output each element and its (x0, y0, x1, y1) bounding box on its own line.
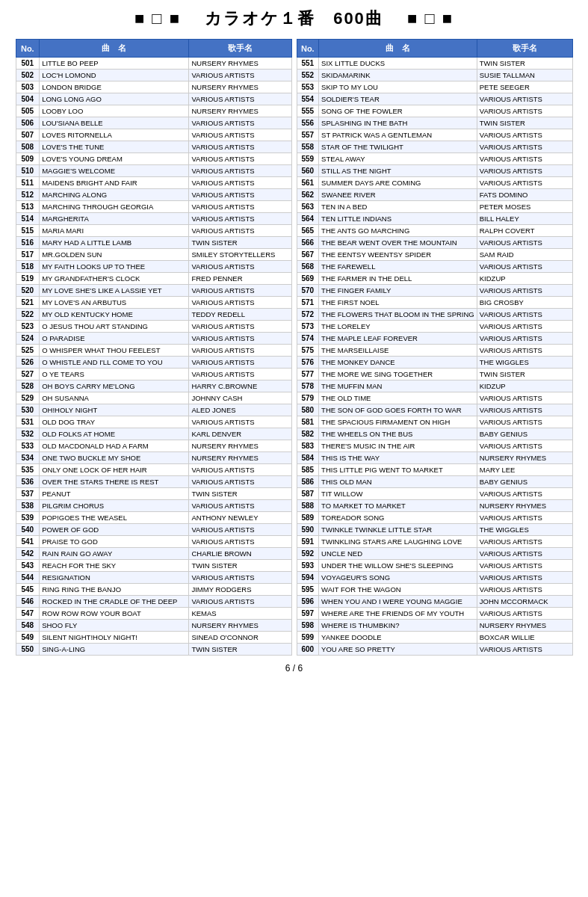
table-row: 525 O WHISPER WHAT THOU FEELEST VARIOUS … (16, 345, 291, 357)
row-number: 591 (297, 536, 319, 548)
row-song: RING RING THE BANJO (40, 584, 189, 596)
row-number: 581 (297, 416, 319, 428)
row-artist: PETER MOSES (477, 201, 572, 213)
row-number: 572 (297, 309, 319, 321)
row-song: MARCHING ALONG (40, 189, 189, 201)
row-number: 562 (297, 189, 319, 201)
row-number: 575 (297, 345, 319, 357)
row-song: LOU'SIANA BELLE (40, 117, 189, 129)
row-number: 599 (297, 632, 319, 644)
row-number: 513 (16, 201, 40, 213)
row-song: LOOBY LOO (40, 105, 189, 117)
row-number: 547 (16, 608, 40, 620)
row-number: 541 (16, 536, 40, 548)
row-song: SUMMER DAYS ARE COMING (319, 177, 477, 189)
row-artist: VARIOUS ARTISTS (189, 261, 291, 273)
table-row: 534 ONE TWO BUCKLE MY SHOE NURSERY RHYME… (16, 452, 291, 464)
row-number: 580 (297, 404, 319, 416)
table-row: 541 PRAISE TO GOD VARIOUS ARTISTS (16, 536, 291, 548)
row-number: 579 (297, 392, 319, 404)
row-number: 532 (16, 428, 40, 440)
row-artist: TWIN SISTER (477, 369, 572, 380)
row-song: THE MAPLE LEAF FOREVER (319, 333, 477, 345)
row-artist: HARRY C.BROWNE (189, 380, 291, 392)
row-number: 556 (297, 117, 319, 129)
row-song: THE FINGER FAMILY (319, 285, 477, 297)
row-artist: BIG CROSBY (477, 297, 572, 309)
row-number: 571 (297, 297, 319, 309)
row-artist: BILL HALEY (477, 213, 572, 225)
row-number: 553 (297, 81, 319, 93)
table-row: 510 MAGGIE'S WELCOME VARIOUS ARTISTS (16, 165, 291, 177)
row-song: ST PATRICK WAS A GENTLEMAN (319, 129, 477, 141)
row-artist: VARIOUS ARTISTS (477, 440, 572, 452)
table-row: 538 PILGRIM CHORUS VARIOUS ARTISTS (16, 500, 291, 512)
table-row: 520 MY LOVE SHE'S LIKE A LASSIE YET VARI… (16, 285, 291, 297)
row-number: 543 (16, 560, 40, 572)
row-song: O WHISTLE AND I'LL COME TO YOU (40, 357, 189, 369)
row-artist: BABY GENIUS (477, 428, 572, 440)
row-number: 508 (16, 141, 40, 153)
row-song: O JESUS THOU ART STANDING (40, 321, 189, 333)
row-artist: VARIOUS ARTISTS (189, 177, 291, 189)
table-row: 536 OVER THE STARS THERE IS REST VARIOUS… (16, 476, 291, 488)
row-number: 555 (297, 105, 319, 117)
row-song: MY LOVE SHE'S LIKE A LASSIE YET (40, 285, 189, 297)
table-row: 561 SUMMER DAYS ARE COMING VARIOUS ARTIS… (297, 177, 572, 189)
row-song: OH BOYS CARRY ME'LONG (40, 380, 189, 392)
symbol-right: ■ □ ■ (407, 9, 454, 28)
row-song: THE FAREWELL (319, 261, 477, 273)
row-song: LITTLE BO PEEP (40, 58, 189, 70)
row-artist: PETE SEEGER (477, 81, 572, 93)
row-artist: RALPH COVERT (477, 225, 572, 237)
row-artist: THE WIGGLES (477, 524, 572, 536)
row-artist: KIDZUP (477, 273, 572, 285)
row-song: THE MUFFIN MAN (319, 380, 477, 392)
table-row: 587 TIT WILLOW VARIOUS ARTISTS (297, 488, 572, 500)
row-song: WHEN YOU AND I WERE YOUNG MAGGIE (319, 596, 477, 608)
table-row: 523 O JESUS THOU ART STANDING VARIOUS AR… (16, 321, 291, 333)
row-song: LONG LONG AGO (40, 93, 189, 105)
row-artist: VARIOUS ARTISTS (477, 129, 572, 141)
table-row: 578 THE MUFFIN MAN KIDZUP (297, 380, 572, 392)
row-number: 565 (297, 225, 319, 237)
row-number: 573 (297, 321, 319, 333)
row-artist: ANTHONY NEWLEY (189, 512, 291, 524)
table-row: 584 THIS IS THE WAY NURSERY RHYMES (297, 452, 572, 464)
table-row: 558 STAR OF THE TWILIGHT VARIOUS ARTISTS (297, 141, 572, 153)
row-artist: VARIOUS ARTISTS (189, 70, 291, 81)
row-number: 538 (16, 500, 40, 512)
row-artist: VARIOUS ARTISTS (477, 536, 572, 548)
row-artist: JOHNNY CASH (189, 392, 291, 404)
row-artist: VARIOUS ARTISTS (189, 129, 291, 141)
row-artist: NURSERY RHYMES (477, 452, 572, 464)
row-number: 583 (297, 440, 319, 452)
table-row: 594 VOYAGEUR'S SONG VARIOUS ARTISTS (297, 572, 572, 584)
row-number: 522 (16, 309, 40, 321)
row-song: THIS LITTLE PIG WENT TO MARKET (319, 464, 477, 476)
row-artist: VARIOUS ARTISTS (477, 488, 572, 500)
page-title: ■ □ ■ カラオケ１番 600曲 ■ □ ■ (7, 7, 581, 30)
row-song: SKIP TO MY LOU (319, 81, 477, 93)
table-row: 509 LOVE'S YOUNG DREAM VARIOUS ARTISTS (16, 153, 291, 165)
row-artist: VARIOUS ARTISTS (189, 285, 291, 297)
row-song: THE EENTSY WEENTSY SPIDER (319, 249, 477, 261)
row-artist: VARIOUS ARTISTS (189, 297, 291, 309)
row-song: SILENT NIGHT!HOLY NIGHT! (40, 632, 189, 644)
row-number: 552 (297, 70, 319, 81)
table-row: 529 OH SUSANNA JOHNNY CASH (16, 392, 291, 404)
row-number: 544 (16, 572, 40, 584)
row-number: 505 (16, 105, 40, 117)
row-song: MARGHERITA (40, 213, 189, 225)
row-number: 519 (16, 273, 40, 285)
row-artist: SINEAD O'CONNOR (189, 632, 291, 644)
right-header-song: 曲 名 (319, 40, 477, 58)
row-song: TWINKLE TWINKLE LITTLE STAR (319, 524, 477, 536)
row-song: VOYAGEUR'S SONG (319, 572, 477, 584)
row-number: 550 (16, 644, 40, 656)
row-number: 501 (16, 58, 40, 70)
row-artist: VARIOUS ARTISTS (189, 572, 291, 584)
row-number: 585 (297, 464, 319, 476)
tables-container: No. 曲 名 歌手名 501 LITTLE BO PEEP NURSERY R… (7, 39, 581, 656)
table-row: 572 THE FLOWERS THAT BLOOM IN THE SPRING… (297, 309, 572, 321)
